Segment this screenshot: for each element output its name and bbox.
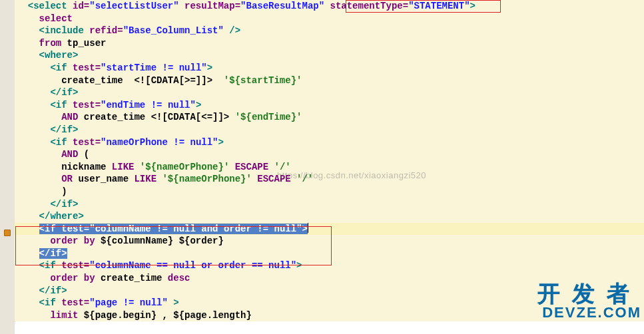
blank-area (15, 322, 644, 334)
code-line: from tp_user (15, 37, 644, 50)
code-line: <if test="startTime != null"> (15, 62, 644, 75)
gutter-marker-icon (4, 230, 11, 236)
code-line: </if> (15, 124, 644, 136)
code-line: ) (15, 186, 644, 198)
text-caret-icon (308, 223, 308, 233)
code-line: <if test="page != null" > (15, 297, 644, 309)
code-line: </if> (15, 248, 644, 260)
code-line: <if test="columnName != null and order !… (15, 223, 644, 236)
code-line: limit ${page.begin} , ${page.length} (15, 309, 644, 322)
code-line: </where> (15, 210, 644, 223)
code-line: AND ( (15, 148, 644, 161)
code-area[interactable]: <select id="selectListUser" resultMap="B… (15, 0, 644, 321)
gutter (0, 0, 15, 334)
code-line: <include refid="Base_Column_List" /> (15, 25, 644, 37)
code-line: <if test="nameOrPhone != null"> (15, 136, 644, 149)
code-line: order by ${columnName} ${order} (15, 235, 644, 248)
code-line: AND create_time <![CDATA[<=]]> '${endTim… (15, 111, 644, 124)
code-line: select (15, 13, 644, 25)
code-line: nickname LIKE '${nameOrPhone}' ESCAPE '/… (15, 161, 644, 174)
code-line: <where> (15, 49, 644, 62)
code-line: <select id="selectListUser" resultMap="B… (15, 0, 644, 13)
code-line: order by create_time desc (15, 272, 644, 285)
code-line: OR user_name LIKE '${nameOrPhone}' ESCAP… (15, 173, 644, 186)
code-line: create_time <![CDATA[>=]]> '${startTime}… (15, 75, 644, 87)
code-line: <if test="endTime != null"> (15, 99, 644, 112)
code-line: <if test="columnName == null or order ==… (15, 259, 644, 272)
code-line: </if> (15, 198, 644, 211)
code-editor[interactable]: <select id="selectListUser" resultMap="B… (0, 0, 644, 334)
code-line: </if> (15, 86, 644, 99)
code-line: </if> (15, 285, 644, 297)
